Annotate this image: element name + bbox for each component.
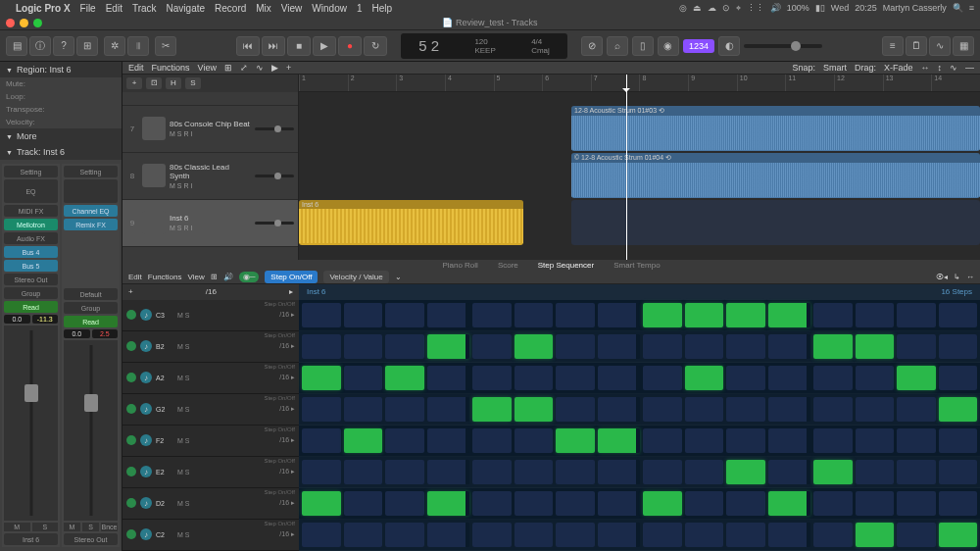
zoom-button[interactable] [33,19,42,27]
step-cell[interactable] [643,460,682,484]
menu-edit[interactable]: Edit [106,3,122,14]
ruler-tick[interactable]: 11 [785,75,834,91]
step-cell[interactable] [472,523,512,547]
step-cell[interactable] [897,460,936,484]
insp-mute[interactable]: Mute: [0,77,122,90]
ruler-tick[interactable]: 10 [737,75,786,91]
editors-button[interactable]: ✂ [155,36,176,56]
status-icon[interactable]: ◎ [679,3,687,13]
group-slot[interactable]: Group [4,287,58,299]
step-cell[interactable] [726,523,765,547]
automation-mode[interactable]: Read [64,316,118,327]
menu-file[interactable]: File [80,3,96,14]
play-button[interactable]: ▶ [313,36,336,56]
step-cell[interactable] [856,303,895,327]
default-slot[interactable]: Default [64,288,118,300]
step-cell[interactable] [897,428,936,453]
record-button[interactable]: ● [338,36,362,56]
menu-navigate[interactable]: Navigate [167,3,205,14]
step-cell[interactable] [685,491,724,516]
lcd-display[interactable]: 5 2 120KEEP 4/4Cmaj [401,33,567,59]
step-cell[interactable] [897,366,936,390]
step-cell[interactable] [472,334,512,359]
row-mute-solo[interactable]: M S [177,437,189,444]
row-play-button[interactable] [126,529,136,539]
seq-preview-button[interactable]: 🔊 [223,273,233,281]
live-record-icon[interactable]: ⦿◂ [936,273,948,281]
step-cell[interactable] [643,428,682,453]
step-cell[interactable] [726,428,765,453]
step-cell[interactable] [813,523,853,547]
flex-icon[interactable]: ∿ [256,63,264,73]
forward-button[interactable]: ⏭ [262,36,285,56]
replace-button[interactable]: ⊘ [581,36,603,56]
step-cell[interactable] [472,491,512,516]
notes-button[interactable]: 🗒 [906,36,927,56]
step-cell[interactable] [813,303,853,327]
step-cell[interactable] [472,303,512,327]
tracks-functions-menu[interactable]: Functions [152,63,190,73]
midi-out-icon[interactable]: ↳ [954,273,960,281]
seq-functions-menu[interactable]: Functions [148,273,182,281]
row-division[interactable]: /16 ▸ [279,374,295,381]
step-row-header[interactable]: ♪ G2 M S /16 ▸ Step On/Off [122,394,299,426]
snap-value[interactable]: Smart [823,63,847,73]
audiofx-slot[interactable]: Audio FX [4,232,58,244]
menu-track[interactable]: Track [132,3,157,14]
bluetooth-icon[interactable]: ⌖ [736,3,741,14]
step-cell[interactable] [939,460,978,484]
track-volume-slider[interactable] [255,222,294,225]
step-cell[interactable] [427,428,470,453]
step-cell[interactable] [556,460,595,484]
global-solo-button[interactable]: S [185,77,201,89]
setting-button[interactable]: Setting [4,166,58,177]
step-cell[interactable] [685,523,724,547]
drag-value[interactable]: X-Fade [884,63,913,73]
step-cell[interactable] [856,460,895,484]
send-2[interactable]: Bus 5 [4,260,58,272]
step-cell[interactable] [598,303,641,327]
step-cell[interactable] [556,303,595,327]
click-button[interactable]: ◉ [658,36,679,56]
step-cell[interactable] [598,460,641,484]
group-slot[interactable]: Group [64,302,118,314]
ruler-tick[interactable]: 14 [931,75,980,91]
audio-region-2[interactable]: © 12-8 Acoustic Strum 01#04 ⟲ [571,153,980,198]
row-play-button[interactable] [126,373,136,382]
row-play-button[interactable] [126,310,136,320]
step-cell[interactable] [726,491,765,516]
row-play-button[interactable] [126,341,136,351]
step-cell[interactable] [427,366,470,390]
mute-button[interactable]: M [64,523,80,531]
volume-icon[interactable]: 🔊 [770,3,781,13]
menu-window[interactable]: Window [312,3,347,14]
step-cell[interactable] [598,397,641,422]
track-buttons[interactable]: M S R I [170,182,251,189]
ruler-tick[interactable]: 9 [688,75,737,91]
step-cell[interactable] [344,303,383,327]
step-cell[interactable] [643,491,682,516]
row-play-button[interactable] [126,467,136,476]
chevron-icon[interactable]: ▸ [289,287,293,296]
step-cell[interactable] [344,523,383,547]
zoom-v-icon[interactable]: ↕ [938,63,943,73]
step-cell[interactable] [726,397,765,422]
step-row-header[interactable]: ♪ E2 M S /16 ▸ Step On/Off [122,457,299,488]
step-cell[interactable] [768,366,811,390]
step-cell[interactable] [726,303,765,327]
cloud-icon[interactable]: ☁ [708,3,716,13]
row-note[interactable]: G2 [156,406,173,413]
grid-icon[interactable]: ⊞ [224,63,232,73]
row-division[interactable]: /16 [206,287,217,296]
loops-button[interactable]: ∿ [929,36,951,56]
row-note[interactable]: D2 [156,500,173,507]
row-mute-solo[interactable]: M S [177,406,189,413]
step-cell[interactable] [598,491,641,516]
zoom-h-icon[interactable]: ↔ [921,63,930,73]
add-track-button[interactable]: + [126,77,142,89]
menu-record[interactable]: Record [215,3,246,14]
eq-thumb[interactable] [64,179,118,203]
step-cell[interactable] [472,460,512,484]
row-play-button[interactable] [126,404,136,414]
track-buttons[interactable]: M S R I [170,225,251,231]
